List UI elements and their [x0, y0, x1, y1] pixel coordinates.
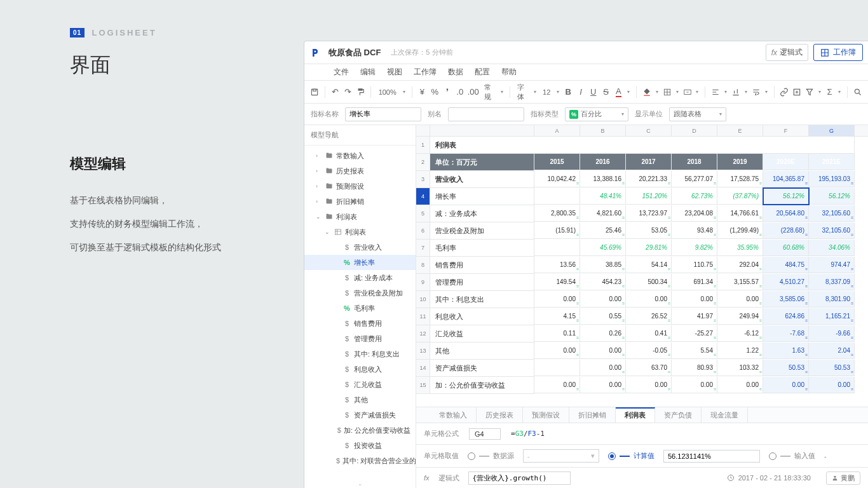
tree-node[interactable]: $其中: 利息支出	[304, 346, 416, 362]
font-select[interactable]: 字体	[515, 83, 530, 102]
sheet-tab[interactable]: 预测假设	[523, 407, 569, 423]
cell[interactable]: 484.75=	[763, 257, 809, 273]
fill-caret-icon[interactable]: ▾	[654, 89, 660, 95]
tree-node[interactable]: ⌄利润表	[304, 209, 416, 224]
text-color-button[interactable]: A	[614, 85, 624, 99]
row-header[interactable]: 15	[416, 377, 430, 394]
menu-item[interactable]: 帮助	[501, 67, 517, 78]
cell[interactable]: 0.00=	[580, 360, 626, 376]
column-header[interactable]: A	[534, 125, 580, 137]
column-header[interactable]: E	[717, 125, 763, 137]
cell[interactable]: 32,105.60=	[809, 205, 855, 222]
numfmt-caret-icon[interactable]: ▾	[499, 89, 505, 95]
cell[interactable]: 1.22=	[717, 342, 763, 359]
cell[interactable]: 26.52=	[626, 308, 672, 325]
cell[interactable]: 0.00=	[580, 377, 626, 393]
cell[interactable]	[534, 360, 580, 376]
indicator-name-input[interactable]	[345, 107, 421, 121]
radio-input[interactable]: 输入值	[769, 451, 815, 461]
align-h-button[interactable]	[710, 85, 721, 99]
cell[interactable]: -25.27=	[672, 325, 717, 342]
cell[interactable]: 0.11=	[534, 325, 580, 342]
cell[interactable]: 56,277.07=	[672, 171, 717, 187]
number-format-select[interactable]: 常规	[482, 83, 497, 102]
radio-datasource[interactable]: 数据源	[468, 451, 514, 461]
tree-node[interactable]: %毛利率	[304, 301, 416, 316]
row-header[interactable]: 8	[416, 257, 430, 274]
cell[interactable]	[534, 240, 580, 256]
cell[interactable]: 54.14=	[626, 257, 672, 273]
indicator-type-select[interactable]: %百分比 ▾	[565, 107, 628, 121]
row-header[interactable]: 14	[416, 360, 430, 377]
filter-caret-icon[interactable]: ▾	[817, 89, 822, 95]
cell[interactable]: 151.20%	[626, 188, 672, 205]
search-button[interactable]	[853, 85, 863, 99]
tree-node[interactable]: ›折旧摊销	[304, 194, 416, 209]
cell[interactable]: 4,510.27=	[763, 274, 809, 290]
cell[interactable]: 0.00=	[580, 291, 626, 308]
tree-node[interactable]: ›常数输入	[304, 148, 416, 163]
cell[interactable]: 13.56=	[534, 257, 580, 273]
menu-item[interactable]: 文件	[334, 67, 349, 78]
underline-button[interactable]: U	[588, 85, 599, 99]
zoom-caret-icon[interactable]: ▾	[402, 89, 407, 95]
thousands-button[interactable]: ❜	[442, 85, 452, 99]
zoom-level[interactable]: 100%	[376, 88, 399, 96]
redo-button[interactable]: ↷	[342, 85, 353, 99]
cell[interactable]: 45.69%	[580, 240, 626, 256]
menu-item[interactable]: 配置	[475, 67, 490, 78]
menu-item[interactable]: 工作簿	[414, 67, 437, 78]
insert-button[interactable]	[792, 85, 802, 99]
fontsize-caret-icon[interactable]: ▾	[555, 89, 560, 95]
cell[interactable]: 17,528.75=	[717, 171, 763, 187]
cell[interactable]: 63.70=	[626, 360, 672, 376]
cell[interactable]: 974.47=	[809, 257, 855, 273]
row-header[interactable]: 7	[416, 240, 430, 257]
column-header[interactable]: G	[809, 125, 855, 137]
cell[interactable]: 0.00=	[717, 291, 763, 308]
cell[interactable]: 624.86=	[763, 308, 809, 325]
cell[interactable]: 0.00=	[580, 342, 626, 359]
cell[interactable]: 41.97=	[672, 308, 717, 325]
cell[interactable]: -6.12=	[717, 325, 763, 342]
wrap-button[interactable]	[751, 85, 761, 99]
tree-node[interactable]: $其他	[304, 392, 416, 407]
cell[interactable]: -9.66=	[809, 325, 855, 342]
cell[interactable]: 149.54=	[534, 274, 580, 290]
tree-node[interactable]: $利息收入	[304, 362, 416, 377]
cell[interactable]: (1,299.49)=	[717, 222, 763, 239]
cell[interactable]: 13,388.16=	[580, 171, 626, 187]
cell[interactable]: 0.00=	[534, 342, 580, 359]
cell[interactable]: 0.00=	[534, 291, 580, 308]
link-button[interactable]	[779, 85, 789, 99]
datasource-select[interactable]: -▾	[523, 449, 599, 463]
cell[interactable]: 50.53=	[809, 360, 855, 376]
spreadsheet-grid[interactable]: ABCDEFGH1利润表2单位：百万元201520162017201820192…	[416, 125, 868, 407]
cell[interactable]: 104,365.87=	[763, 171, 809, 187]
column-header[interactable]: D	[672, 125, 717, 137]
cell[interactable]: 0.00=	[763, 377, 809, 393]
row-header[interactable]: 12	[416, 325, 430, 342]
column-header[interactable]: B	[580, 125, 626, 137]
cell[interactable]: -7.68=	[763, 325, 809, 342]
cell[interactable]: 0.26=	[580, 325, 626, 342]
cell[interactable]: 56.12%	[809, 188, 855, 205]
cell[interactable]: 103.32=	[717, 360, 763, 376]
tree-node[interactable]: $营业税金及附加	[304, 285, 416, 301]
logic-mode-button[interactable]: fx 逻辑式	[766, 44, 808, 61]
cell[interactable]: 60.68%	[763, 240, 809, 256]
cell[interactable]: 110.75=	[672, 257, 717, 273]
cell[interactable]: 0.55=	[580, 308, 626, 325]
font-size-select[interactable]: 12	[540, 88, 553, 96]
radio-calculated[interactable]: 计算值	[608, 451, 654, 461]
cell[interactable]: 53.05=	[626, 222, 672, 239]
cell[interactable]: 0.00=	[672, 377, 717, 393]
tree-node[interactable]: $加: 公允价值变动收益	[304, 423, 416, 438]
sheet-tab[interactable]: 折旧摊销	[569, 407, 616, 423]
tree-node[interactable]: $投资收益	[304, 438, 416, 453]
sheet-tab[interactable]: 现金流量	[702, 407, 748, 423]
cell[interactable]: 48.41%	[580, 188, 626, 205]
cell[interactable]: 9.82%	[672, 240, 717, 256]
undo-button[interactable]: ↶	[330, 85, 341, 99]
borders-button[interactable]	[662, 85, 672, 99]
